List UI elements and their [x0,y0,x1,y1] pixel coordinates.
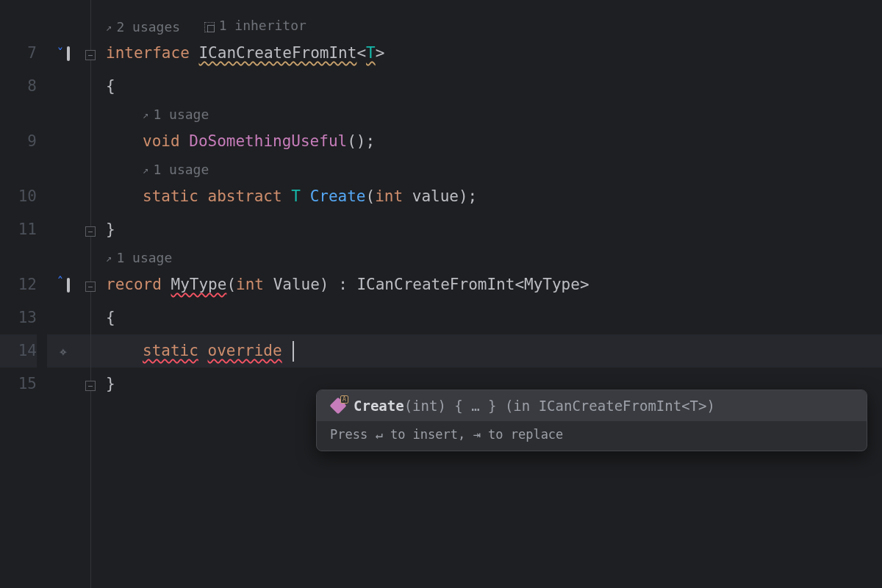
punct: ( [226,276,236,293]
keyword-abstract: abstract [208,187,282,205]
implemented-icon[interactable]: ˇ [47,37,79,70]
code-line[interactable]: { [101,301,882,334]
punct: ) [320,276,329,293]
punct: : [329,276,357,293]
type-name: MyType [171,276,227,293]
tab-key-icon: ⇥ [473,427,481,442]
completion-footer: Press ↵ to insert, ⇥ to replace [317,421,867,451]
keyword-interface: interface [106,44,190,62]
completion-label: Create(int) { … } (in ICanCreateFromInt<… [354,398,715,414]
line-number: 11 [0,213,37,246]
type-parameter: T [366,44,376,62]
brace-open: { [106,77,115,95]
completion-popup[interactable]: A Create(int) { … } (in ICanCreateFromIn… [316,390,867,451]
code-line[interactable]: { [101,70,882,103]
parameter-name: value [412,187,459,205]
parameter-name: Value [273,276,320,293]
method-icon: A [330,398,346,414]
code-line[interactable]: record MyType(int Value) : ICanCreateFro… [101,268,882,301]
fold-gutter [79,0,101,588]
fold-toggle[interactable] [79,37,101,70]
gutter-icons: ˇ ˆ ✧ [47,0,79,588]
inlay-hint[interactable]: ↗1 usage [101,103,882,125]
code-line[interactable]: static abstract T Create(int value); [101,180,882,213]
inlay-hint[interactable]: ↗2 usages 1 inheritor [101,15,882,37]
usages-hint-label: 2 usages [116,16,180,38]
punct: ( [366,187,376,205]
inheritor-hint-label: 1 inheritor [219,15,306,37]
text-caret [293,341,294,362]
type-argument: MyType [524,276,580,293]
line-number: 14 [0,334,37,368]
code-line[interactable]: } [101,213,882,246]
method-name: Create [310,187,366,205]
keyword-static: static [143,187,198,205]
usages-hint-label: 1 usage [116,247,172,269]
punct: (); [347,132,375,150]
type-name: ICanCreateFromInt [356,276,514,293]
punct: ); [459,187,477,205]
implements-icon[interactable]: ˆ [47,268,79,301]
keyword-void: void [143,132,180,150]
keyword-record: record [106,276,162,293]
code-line[interactable]: void DoSomethingUseful(); [101,125,882,158]
keyword-int: int [236,276,264,293]
brace-open: { [106,309,115,326]
fold-toggle[interactable] [79,213,101,246]
brace-close: } [106,220,115,238]
code-line[interactable]: interface ICanCreateFromInt<T> [101,37,882,70]
fold-toggle[interactable] [79,368,101,401]
code-editor[interactable]: 7 8 9 10 11 12 13 14 15 ˇ ˆ ✧ [0,0,882,588]
line-number: 8 [0,70,37,103]
code-area[interactable]: ↗2 usages 1 inheritor interface ICanCrea… [101,0,882,588]
keyword-override: override [208,342,282,359]
inlay-hint[interactable]: ↗1 usage [101,158,882,180]
line-number: 10 [0,180,37,213]
keyword-static: static [143,342,198,359]
fold-toggle[interactable] [79,268,101,301]
enter-key-icon: ↵ [375,427,382,442]
usages-hint-label: 1 usage [153,104,209,126]
completion-item[interactable]: A Create(int) { … } (in ICanCreateFromIn… [317,390,867,421]
line-number: 9 [0,125,37,158]
line-number: 15 [0,368,37,401]
usages-hint-label: 1 usage [153,159,209,181]
line-number: 12 [0,268,37,301]
line-number-gutter: 7 8 9 10 11 12 13 14 15 [0,0,47,588]
method-name: DoSomethingUseful [189,132,347,150]
line-number: 13 [0,301,37,334]
type-parameter: T [291,187,301,205]
inheritor-icon [204,22,215,32]
type-name: ICanCreateFromInt [198,44,356,62]
inlay-hint[interactable]: ↗1 usage [101,246,882,268]
code-line-current[interactable]: static override [101,334,882,368]
line-number: 7 [0,37,37,70]
keyword-int: int [375,187,403,205]
intention-bulb-icon[interactable]: ✧ [47,334,79,368]
brace-close: } [106,375,115,392]
